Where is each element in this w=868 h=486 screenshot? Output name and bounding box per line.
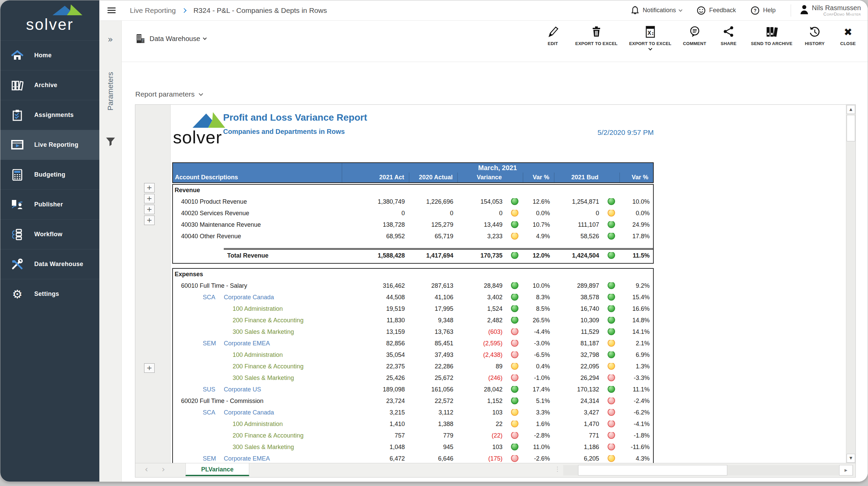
status-light-red	[511, 432, 518, 439]
export-to-excel-button[interactable]: X EXPORT TO EXCEL	[629, 25, 671, 50]
share-button[interactable]: SHARE	[718, 25, 739, 46]
notifications-button[interactable]: Notifications	[631, 6, 682, 15]
previous-sheet-button[interactable]: ‹	[145, 465, 148, 474]
edit-button[interactable]: EDIT	[542, 25, 564, 46]
cell-var-pct: -3.0%	[523, 340, 554, 347]
user-role: CorpDemo Master	[812, 12, 861, 17]
sheet-tab-plvariance[interactable]: PLVariance	[185, 463, 249, 476]
company-code[interactable]: SUS	[203, 386, 224, 393]
sidebar-item-archive[interactable]: Archive	[0, 70, 99, 100]
company-name[interactable]: Corporate Canada	[224, 409, 274, 416]
company-code[interactable]: SCA	[203, 409, 224, 416]
delete-button[interactable]: EXPORT TO EXCEL	[575, 25, 618, 46]
vertical-scroll-thumb[interactable]	[847, 115, 855, 141]
workflow-icon	[0, 229, 34, 240]
expand-row-group-button[interactable]: +	[144, 216, 155, 225]
history-button[interactable]: HISTORY	[804, 25, 826, 46]
report-parameters-toggle[interactable]: Report parameters	[135, 90, 202, 98]
company-name[interactable]: Corporate Canada	[224, 294, 274, 301]
cell-2020-actual: 37,493	[409, 351, 457, 359]
horizontal-scroll-thumb[interactable]	[578, 465, 727, 475]
table-row: 100 Administration19,51917,9951,5248.5%1…	[173, 303, 653, 315]
scrollbar-resize-handle[interactable]: ⋮	[554, 465, 560, 472]
status-light-red	[608, 409, 615, 416]
company-name[interactable]: Corporate EMEA	[224, 455, 270, 462]
data-source-dropdown[interactable]: Data Warehouse	[135, 34, 206, 44]
comment-button[interactable]: COMMENT	[683, 25, 706, 46]
sidebar-item-live-reporting[interactable]: Live Reporting	[0, 130, 99, 160]
sidebar-item-settings[interactable]: ⚙ Settings	[0, 279, 99, 309]
department-name[interactable]: 200 Finance & Accounting	[233, 317, 303, 324]
cell-var-pct: -4.4%	[523, 328, 554, 336]
department-name[interactable]: 200 Finance & Accounting	[233, 432, 303, 439]
cell-bud-var-pct: -1.8%	[619, 432, 654, 439]
department-name[interactable]: 300 Sales & Marketing	[233, 374, 294, 381]
cell-var-pct: 8.3%	[523, 294, 554, 301]
cell-2020-actual: 41,106	[409, 294, 457, 301]
sidebar-item-assignments[interactable]: Assignments	[0, 100, 99, 130]
company-name[interactable]: Corporate EMEA	[224, 340, 270, 347]
scroll-right-button[interactable]: ▶	[839, 465, 853, 475]
company-name[interactable]: Corporate US	[224, 386, 261, 393]
close-button[interactable]: ✖ CLOSE	[837, 25, 859, 46]
department-name[interactable]: 100 Administration	[233, 351, 283, 358]
hamburger-menu-icon[interactable]	[107, 6, 116, 15]
sidebar-item-workflow[interactable]: Workflow	[0, 219, 99, 249]
sidebar-item-budgeting[interactable]: Budgeting	[0, 160, 99, 189]
cell-account-description: 200 Finance & Accounting	[173, 432, 342, 439]
expand-row-group-button[interactable]: +	[144, 183, 155, 193]
company-code[interactable]: SCA	[203, 294, 224, 301]
column-header-variance: Variance	[457, 173, 523, 182]
company-code[interactable]: SEM	[203, 340, 224, 347]
sidebar-item-data-warehouse[interactable]: Data Warehouse	[0, 249, 99, 279]
cell-variance: (246)	[457, 374, 507, 382]
history-clock-icon	[809, 25, 821, 39]
vertical-scrollbar[interactable]: ▲ ▼	[846, 105, 855, 463]
department-name[interactable]: 200 Finance & Accounting	[233, 363, 303, 370]
cell-bud-light	[603, 282, 619, 289]
excel-icon: X	[645, 25, 656, 39]
company-code[interactable]: SEM	[203, 455, 224, 462]
expand-row-group-button[interactable]: +	[144, 194, 155, 203]
send-to-archive-button[interactable]: SEND TO ARCHIVE	[751, 25, 792, 46]
data-warehouse-icon	[0, 259, 34, 270]
sidebar-item-home[interactable]: Home	[0, 40, 99, 70]
expand-parameters-icon[interactable]: »	[99, 34, 121, 44]
department-name[interactable]: 300 Sales & Marketing	[233, 444, 294, 450]
cell-bud-var-pct: 11.5%	[619, 252, 654, 259]
scroll-up-button[interactable]: ▲	[847, 105, 855, 114]
help-button[interactable]: ? Help	[751, 6, 775, 15]
archive-binders-icon	[765, 25, 778, 39]
user-menu[interactable]: Nils Rasmussen CorpDemo Master	[800, 4, 861, 17]
table-row: 300 Sales & Marketing1,04894510311.0%1,1…	[173, 441, 653, 453]
status-light-green	[608, 233, 615, 240]
report-toolbar: Data Warehouse EDIT EXPORT TO EXCEL X EX…	[122, 21, 868, 62]
department-name[interactable]: 100 Administration	[233, 421, 283, 427]
department-name[interactable]: 300 Sales & Marketing	[233, 328, 294, 335]
cell-2020-actual: 13,763	[409, 328, 457, 336]
next-sheet-button[interactable]: ›	[162, 465, 165, 474]
filter-funnel-icon[interactable]	[105, 137, 116, 147]
cell-variance-light	[507, 421, 523, 428]
cell-2021-act: 23,724	[342, 398, 409, 405]
expand-row-group-button[interactable]: +	[144, 363, 155, 373]
cell-variance: 3,402	[457, 294, 507, 301]
cell-2021-bud: 111,107	[554, 221, 603, 228]
department-name[interactable]: 100 Administration	[233, 305, 283, 312]
topbar: Live Reporting R324 - P&L - Companies & …	[99, 0, 868, 21]
cell-variance-light	[507, 328, 523, 336]
breadcrumb-section[interactable]: Live Reporting	[130, 6, 176, 15]
cell-account-description: 100 Administration	[173, 351, 342, 359]
cell-variance: 0	[457, 210, 507, 217]
cell-variance: 28,849	[457, 282, 507, 289]
column-header-bud-var-pct: Var %	[619, 173, 653, 182]
cell-bud-light	[603, 317, 619, 324]
sidebar-item-publisher[interactable]: Publisher	[0, 189, 99, 219]
cell-account-description: SEMCorporate EMEA	[173, 340, 342, 347]
cell-2020-actual: 22,286	[409, 363, 457, 370]
feedback-button[interactable]: Feedback	[697, 6, 736, 15]
user-icon	[800, 4, 809, 15]
expand-row-group-button[interactable]: +	[144, 205, 155, 214]
data-source-label: Data Warehouse	[150, 35, 200, 43]
scroll-down-button[interactable]: ▼	[847, 454, 855, 463]
